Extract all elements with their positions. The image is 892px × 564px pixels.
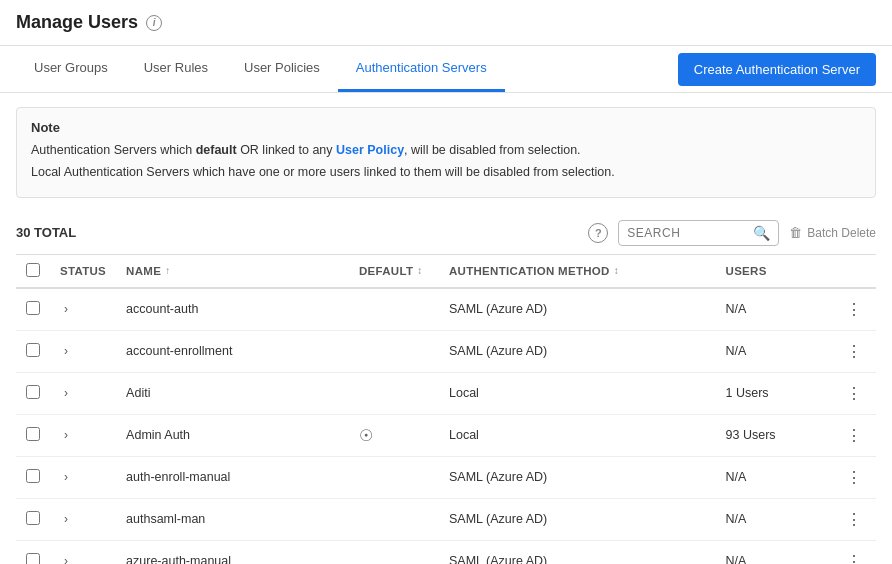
search-input[interactable] <box>627 226 747 240</box>
row-checkbox-cell <box>16 540 50 564</box>
row-more-btn-2[interactable]: ⋮ <box>842 382 866 405</box>
row-status-3: › <box>50 414 116 456</box>
auth-method-sort-icon: ↕ <box>614 265 619 276</box>
row-auth-method-2: Local <box>439 372 716 414</box>
tab-user-groups[interactable]: User Groups <box>16 46 126 92</box>
row-checkbox-cell <box>16 498 50 540</box>
row-checkbox-cell <box>16 330 50 372</box>
col-header-auth-method[interactable]: AUTHENTICATION METHOD ↕ <box>439 254 716 288</box>
row-default-6 <box>349 540 439 564</box>
row-auth-method-3: Local <box>439 414 716 456</box>
toolbar-right: ? 🔍 🗑 Batch Delete <box>588 220 876 246</box>
help-icon[interactable]: ? <box>588 223 608 243</box>
row-default-3: ☉ <box>349 414 439 456</box>
row-expand-btn-1[interactable]: › <box>60 342 72 360</box>
name-sort-icon: ↑ <box>165 265 170 276</box>
table-wrap: STATUS NAME ↑ DEFAULT ↕ AUTHENT <box>0 254 892 565</box>
table-header-row: STATUS NAME ↑ DEFAULT ↕ AUTHENT <box>16 254 876 288</box>
row-actions-2: ⋮ <box>832 372 876 414</box>
tab-user-rules[interactable]: User Rules <box>126 46 226 92</box>
row-status-6: › <box>50 540 116 564</box>
row-checkbox-cell <box>16 414 50 456</box>
row-name-5: authsaml-man <box>116 498 349 540</box>
search-button[interactable]: 🔍 <box>753 225 770 241</box>
row-checkbox-cell <box>16 456 50 498</box>
row-expand-btn-2[interactable]: › <box>60 384 72 402</box>
row-default-1 <box>349 330 439 372</box>
row-checkbox-4[interactable] <box>26 469 40 483</box>
row-status-0: › <box>50 288 116 331</box>
row-expand-btn-0[interactable]: › <box>60 300 72 318</box>
batch-delete-button[interactable]: 🗑 Batch Delete <box>789 225 876 240</box>
row-actions-5: ⋮ <box>832 498 876 540</box>
page-header: Manage Users i <box>0 0 892 46</box>
table-row: › account-enrollment SAML (Azure AD) N/A… <box>16 330 876 372</box>
tabs-container: User Groups User Rules User Policies Aut… <box>0 46 892 93</box>
row-checkbox-3[interactable] <box>26 427 40 441</box>
table-row: › Admin Auth ☉ Local 93 Users ⋮ <box>16 414 876 456</box>
tab-authentication-servers[interactable]: Authentication Servers <box>338 46 505 92</box>
row-default-0 <box>349 288 439 331</box>
row-checkbox-0[interactable] <box>26 301 40 315</box>
header-checkbox-cell <box>16 254 50 288</box>
row-auth-method-0: SAML (Azure AD) <box>439 288 716 331</box>
select-all-checkbox[interactable] <box>26 263 40 277</box>
row-name-2: Aditi <box>116 372 349 414</box>
row-auth-method-4: SAML (Azure AD) <box>439 456 716 498</box>
row-checkbox-5[interactable] <box>26 511 40 525</box>
row-default-5 <box>349 498 439 540</box>
trash-icon: 🗑 <box>789 225 802 240</box>
row-more-btn-4[interactable]: ⋮ <box>842 466 866 489</box>
row-default-4 <box>349 456 439 498</box>
tabs: User Groups User Rules User Policies Aut… <box>16 46 505 92</box>
note-title: Note <box>31 120 861 135</box>
table-row: › authsaml-man SAML (Azure AD) N/A ⋮ <box>16 498 876 540</box>
note-box: Note Authentication Servers which defaul… <box>16 107 876 198</box>
row-actions-0: ⋮ <box>832 288 876 331</box>
row-name-0: account-auth <box>116 288 349 331</box>
row-more-btn-0[interactable]: ⋮ <box>842 298 866 321</box>
row-more-btn-6[interactable]: ⋮ <box>842 550 866 565</box>
row-checkbox-6[interactable] <box>26 553 40 565</box>
row-name-4: auth-enroll-manual <box>116 456 349 498</box>
row-expand-btn-3[interactable]: › <box>60 426 72 444</box>
row-status-2: › <box>50 372 116 414</box>
row-users-6: N/A <box>716 540 832 564</box>
col-header-users: USERS <box>716 254 832 288</box>
batch-delete-label: Batch Delete <box>807 226 876 240</box>
note-default-bold: default <box>196 143 237 157</box>
row-more-btn-5[interactable]: ⋮ <box>842 508 866 531</box>
row-status-4: › <box>50 456 116 498</box>
row-checkbox-cell <box>16 372 50 414</box>
create-authentication-server-button[interactable]: Create Authentication Server <box>678 53 876 86</box>
row-users-3: 93 Users <box>716 414 832 456</box>
row-actions-4: ⋮ <box>832 456 876 498</box>
row-more-btn-3[interactable]: ⋮ <box>842 424 866 447</box>
row-auth-method-5: SAML (Azure AD) <box>439 498 716 540</box>
row-users-4: N/A <box>716 456 832 498</box>
table-row: › auth-enroll-manual SAML (Azure AD) N/A… <box>16 456 876 498</box>
col-header-actions <box>832 254 876 288</box>
row-expand-btn-5[interactable]: › <box>60 510 72 528</box>
row-checkbox-2[interactable] <box>26 385 40 399</box>
row-auth-method-1: SAML (Azure AD) <box>439 330 716 372</box>
row-actions-1: ⋮ <box>832 330 876 372</box>
note-user-policy-link[interactable]: User Policy <box>336 143 404 157</box>
auth-servers-table: STATUS NAME ↑ DEFAULT ↕ AUTHENT <box>16 254 876 565</box>
info-icon[interactable]: i <box>146 15 162 31</box>
col-header-status: STATUS <box>50 254 116 288</box>
row-checkbox-cell <box>16 288 50 331</box>
row-checkbox-1[interactable] <box>26 343 40 357</box>
default-check-icon: ☉ <box>359 427 373 444</box>
default-sort-icon: ↕ <box>417 265 422 276</box>
col-header-name[interactable]: NAME ↑ <box>116 254 349 288</box>
row-more-btn-1[interactable]: ⋮ <box>842 340 866 363</box>
row-default-2 <box>349 372 439 414</box>
row-actions-6: ⋮ <box>832 540 876 564</box>
row-expand-btn-4[interactable]: › <box>60 468 72 486</box>
note-line-2: Local Authentication Servers which have … <box>31 163 861 182</box>
tab-user-policies[interactable]: User Policies <box>226 46 338 92</box>
row-users-0: N/A <box>716 288 832 331</box>
col-header-default[interactable]: DEFAULT ↕ <box>349 254 439 288</box>
row-expand-btn-6[interactable]: › <box>60 552 72 564</box>
